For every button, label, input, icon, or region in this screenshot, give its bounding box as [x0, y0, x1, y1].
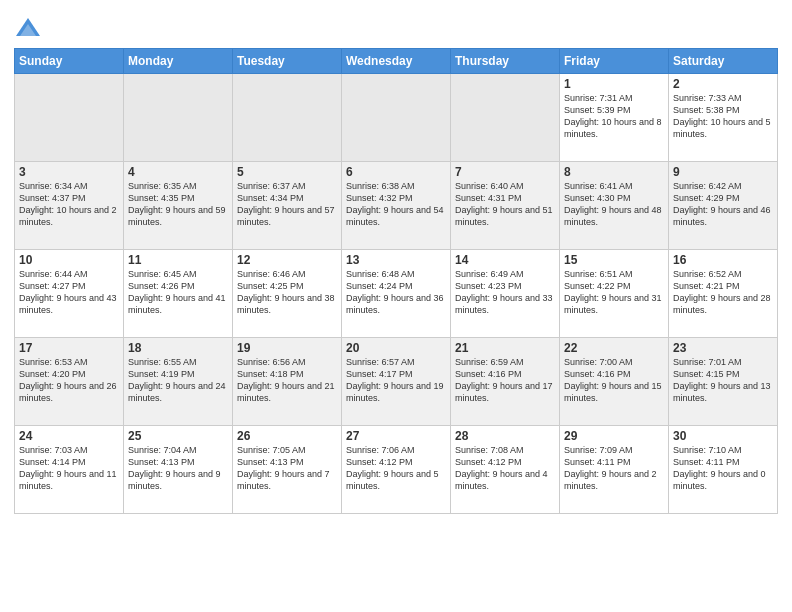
calendar-cell: 30Sunrise: 7:10 AM Sunset: 4:11 PM Dayli… [669, 426, 778, 514]
day-info: Sunrise: 7:05 AM Sunset: 4:13 PM Dayligh… [237, 444, 337, 493]
day-number: 14 [455, 253, 555, 267]
day-number: 24 [19, 429, 119, 443]
day-number: 23 [673, 341, 773, 355]
day-number: 13 [346, 253, 446, 267]
day-number: 26 [237, 429, 337, 443]
day-info: Sunrise: 6:44 AM Sunset: 4:27 PM Dayligh… [19, 268, 119, 317]
day-info: Sunrise: 6:57 AM Sunset: 4:17 PM Dayligh… [346, 356, 446, 405]
calendar-cell: 13Sunrise: 6:48 AM Sunset: 4:24 PM Dayli… [342, 250, 451, 338]
calendar-cell: 18Sunrise: 6:55 AM Sunset: 4:19 PM Dayli… [124, 338, 233, 426]
day-info: Sunrise: 7:09 AM Sunset: 4:11 PM Dayligh… [564, 444, 664, 493]
day-number: 1 [564, 77, 664, 91]
day-info: Sunrise: 7:31 AM Sunset: 5:39 PM Dayligh… [564, 92, 664, 141]
day-number: 18 [128, 341, 228, 355]
day-info: Sunrise: 6:35 AM Sunset: 4:35 PM Dayligh… [128, 180, 228, 229]
day-number: 15 [564, 253, 664, 267]
header [14, 10, 778, 42]
day-number: 27 [346, 429, 446, 443]
day-number: 4 [128, 165, 228, 179]
weekday-header-tuesday: Tuesday [233, 49, 342, 74]
calendar-cell: 9Sunrise: 6:42 AM Sunset: 4:29 PM Daylig… [669, 162, 778, 250]
calendar-cell: 25Sunrise: 7:04 AM Sunset: 4:13 PM Dayli… [124, 426, 233, 514]
calendar-cell: 8Sunrise: 6:41 AM Sunset: 4:30 PM Daylig… [560, 162, 669, 250]
week-row-3: 10Sunrise: 6:44 AM Sunset: 4:27 PM Dayli… [15, 250, 778, 338]
day-info: Sunrise: 7:04 AM Sunset: 4:13 PM Dayligh… [128, 444, 228, 493]
calendar-cell: 22Sunrise: 7:00 AM Sunset: 4:16 PM Dayli… [560, 338, 669, 426]
calendar-cell: 10Sunrise: 6:44 AM Sunset: 4:27 PM Dayli… [15, 250, 124, 338]
calendar-cell: 4Sunrise: 6:35 AM Sunset: 4:35 PM Daylig… [124, 162, 233, 250]
week-row-2: 3Sunrise: 6:34 AM Sunset: 4:37 PM Daylig… [15, 162, 778, 250]
day-info: Sunrise: 6:52 AM Sunset: 4:21 PM Dayligh… [673, 268, 773, 317]
day-info: Sunrise: 6:55 AM Sunset: 4:19 PM Dayligh… [128, 356, 228, 405]
week-row-4: 17Sunrise: 6:53 AM Sunset: 4:20 PM Dayli… [15, 338, 778, 426]
day-info: Sunrise: 6:37 AM Sunset: 4:34 PM Dayligh… [237, 180, 337, 229]
calendar-cell: 16Sunrise: 6:52 AM Sunset: 4:21 PM Dayli… [669, 250, 778, 338]
calendar-cell: 24Sunrise: 7:03 AM Sunset: 4:14 PM Dayli… [15, 426, 124, 514]
calendar-cell [15, 74, 124, 162]
day-number: 28 [455, 429, 555, 443]
day-info: Sunrise: 6:49 AM Sunset: 4:23 PM Dayligh… [455, 268, 555, 317]
day-number: 8 [564, 165, 664, 179]
calendar-cell: 11Sunrise: 6:45 AM Sunset: 4:26 PM Dayli… [124, 250, 233, 338]
logo-icon [14, 14, 42, 42]
day-number: 25 [128, 429, 228, 443]
day-number: 9 [673, 165, 773, 179]
weekday-header-monday: Monday [124, 49, 233, 74]
calendar-cell: 14Sunrise: 6:49 AM Sunset: 4:23 PM Dayli… [451, 250, 560, 338]
day-info: Sunrise: 7:01 AM Sunset: 4:15 PM Dayligh… [673, 356, 773, 405]
day-info: Sunrise: 6:53 AM Sunset: 4:20 PM Dayligh… [19, 356, 119, 405]
day-number: 16 [673, 253, 773, 267]
calendar-cell: 12Sunrise: 6:46 AM Sunset: 4:25 PM Dayli… [233, 250, 342, 338]
day-info: Sunrise: 6:42 AM Sunset: 4:29 PM Dayligh… [673, 180, 773, 229]
calendar-cell [233, 74, 342, 162]
calendar-cell [451, 74, 560, 162]
calendar-cell: 15Sunrise: 6:51 AM Sunset: 4:22 PM Dayli… [560, 250, 669, 338]
calendar-cell: 6Sunrise: 6:38 AM Sunset: 4:32 PM Daylig… [342, 162, 451, 250]
day-number: 17 [19, 341, 119, 355]
day-number: 5 [237, 165, 337, 179]
calendar-cell [124, 74, 233, 162]
day-number: 20 [346, 341, 446, 355]
calendar-cell: 19Sunrise: 6:56 AM Sunset: 4:18 PM Dayli… [233, 338, 342, 426]
day-info: Sunrise: 7:03 AM Sunset: 4:14 PM Dayligh… [19, 444, 119, 493]
day-info: Sunrise: 6:56 AM Sunset: 4:18 PM Dayligh… [237, 356, 337, 405]
weekday-header-friday: Friday [560, 49, 669, 74]
day-number: 21 [455, 341, 555, 355]
calendar-cell: 5Sunrise: 6:37 AM Sunset: 4:34 PM Daylig… [233, 162, 342, 250]
day-number: 19 [237, 341, 337, 355]
calendar-cell: 1Sunrise: 7:31 AM Sunset: 5:39 PM Daylig… [560, 74, 669, 162]
calendar-cell [342, 74, 451, 162]
day-info: Sunrise: 7:06 AM Sunset: 4:12 PM Dayligh… [346, 444, 446, 493]
day-info: Sunrise: 7:10 AM Sunset: 4:11 PM Dayligh… [673, 444, 773, 493]
calendar-cell: 23Sunrise: 7:01 AM Sunset: 4:15 PM Dayli… [669, 338, 778, 426]
calendar-cell: 27Sunrise: 7:06 AM Sunset: 4:12 PM Dayli… [342, 426, 451, 514]
day-info: Sunrise: 6:38 AM Sunset: 4:32 PM Dayligh… [346, 180, 446, 229]
calendar: SundayMondayTuesdayWednesdayThursdayFrid… [14, 48, 778, 514]
day-number: 3 [19, 165, 119, 179]
day-info: Sunrise: 6:59 AM Sunset: 4:16 PM Dayligh… [455, 356, 555, 405]
day-number: 12 [237, 253, 337, 267]
day-info: Sunrise: 6:34 AM Sunset: 4:37 PM Dayligh… [19, 180, 119, 229]
weekday-header-thursday: Thursday [451, 49, 560, 74]
day-info: Sunrise: 6:46 AM Sunset: 4:25 PM Dayligh… [237, 268, 337, 317]
calendar-cell: 2Sunrise: 7:33 AM Sunset: 5:38 PM Daylig… [669, 74, 778, 162]
calendar-cell: 21Sunrise: 6:59 AM Sunset: 4:16 PM Dayli… [451, 338, 560, 426]
day-info: Sunrise: 6:51 AM Sunset: 4:22 PM Dayligh… [564, 268, 664, 317]
day-info: Sunrise: 7:00 AM Sunset: 4:16 PM Dayligh… [564, 356, 664, 405]
day-number: 30 [673, 429, 773, 443]
day-number: 10 [19, 253, 119, 267]
day-number: 22 [564, 341, 664, 355]
week-row-5: 24Sunrise: 7:03 AM Sunset: 4:14 PM Dayli… [15, 426, 778, 514]
day-number: 7 [455, 165, 555, 179]
day-info: Sunrise: 7:33 AM Sunset: 5:38 PM Dayligh… [673, 92, 773, 141]
day-info: Sunrise: 6:45 AM Sunset: 4:26 PM Dayligh… [128, 268, 228, 317]
day-info: Sunrise: 6:41 AM Sunset: 4:30 PM Dayligh… [564, 180, 664, 229]
day-number: 29 [564, 429, 664, 443]
weekday-header-saturday: Saturday [669, 49, 778, 74]
day-number: 11 [128, 253, 228, 267]
weekday-header-row: SundayMondayTuesdayWednesdayThursdayFrid… [15, 49, 778, 74]
day-number: 6 [346, 165, 446, 179]
weekday-header-wednesday: Wednesday [342, 49, 451, 74]
calendar-cell: 17Sunrise: 6:53 AM Sunset: 4:20 PM Dayli… [15, 338, 124, 426]
logo [14, 14, 46, 42]
